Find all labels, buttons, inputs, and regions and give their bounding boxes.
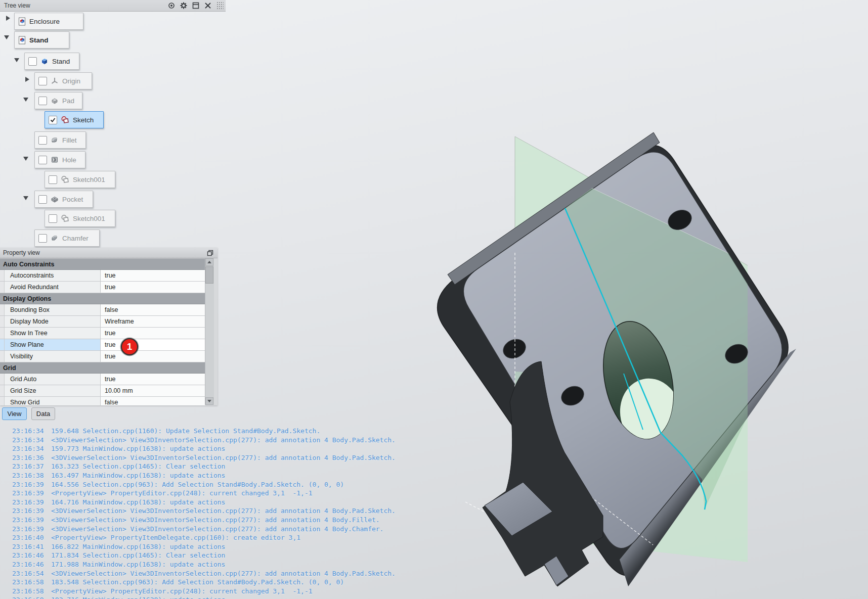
property-value[interactable]: true bbox=[101, 282, 205, 293]
visibility-checkbox[interactable] bbox=[38, 97, 47, 105]
property-row[interactable]: Grid Size10.00 mm bbox=[0, 385, 205, 397]
property-value[interactable]: true bbox=[101, 374, 205, 385]
property-row[interactable]: Autoconstraintstrue bbox=[0, 270, 205, 282]
property-view-title: Property view bbox=[0, 249, 205, 256]
property-value[interactable]: true bbox=[101, 270, 205, 281]
tree-item-label: Hole bbox=[62, 156, 76, 164]
tree-item-label: Fillet bbox=[62, 136, 77, 144]
property-value[interactable]: 10.00 mm bbox=[101, 385, 205, 396]
visibility-checkbox[interactable] bbox=[38, 136, 47, 145]
property-view-titlebar[interactable]: Property view bbox=[0, 248, 218, 258]
panel-grip[interactable] bbox=[216, 2, 224, 10]
property-row[interactable]: Show In Treetrue bbox=[0, 328, 205, 339]
tree-item-hole[interactable]: Hole bbox=[34, 151, 85, 168]
tree-item-chamfer[interactable]: Chamfer bbox=[34, 229, 100, 247]
scroll-thumb[interactable] bbox=[205, 266, 213, 284]
scroll-down-button[interactable] bbox=[205, 397, 213, 405]
property-value[interactable]: false bbox=[101, 304, 205, 315]
property-label: Grid Size bbox=[5, 385, 101, 396]
tree-item-sketch[interactable]: Sketch bbox=[45, 111, 104, 128]
freecad-window: Tree view Enclosure Stand Stand Origin bbox=[0, 0, 868, 599]
group-label: Display Options bbox=[3, 295, 51, 302]
tree-item-stand-doc[interactable]: Stand bbox=[14, 31, 69, 49]
property-row[interactable]: Visibilitytrue bbox=[0, 351, 205, 362]
expand-arrow-pocket[interactable] bbox=[23, 196, 28, 200]
property-value[interactable]: Wireframe bbox=[101, 316, 205, 327]
property-row-show-plane[interactable]: Show Planetrue bbox=[0, 339, 205, 351]
tree-item-pocket[interactable]: Pocket bbox=[34, 191, 93, 208]
property-label: Show Grid bbox=[5, 397, 101, 405]
property-row[interactable]: Show Gridfalse bbox=[0, 397, 205, 405]
fillet-icon bbox=[51, 136, 59, 144]
expand-arrow-pad[interactable] bbox=[23, 98, 28, 102]
pocket-icon bbox=[51, 195, 59, 203]
visibility-checkbox[interactable] bbox=[49, 214, 57, 223]
close-icon[interactable] bbox=[203, 2, 212, 10]
property-label: Show Plane bbox=[5, 339, 101, 350]
property-value[interactable]: true bbox=[101, 351, 205, 362]
tree-item-label: Stand bbox=[29, 36, 49, 44]
property-value[interactable]: false bbox=[101, 397, 205, 405]
scroll-up-button[interactable] bbox=[205, 258, 213, 266]
console-line: 23:16:39<3DViewerSelection> View3DInvent… bbox=[12, 525, 467, 534]
tree-item-pad[interactable]: Pad bbox=[34, 92, 82, 109]
row-gutter bbox=[0, 339, 5, 350]
property-row[interactable]: Bounding Boxfalse bbox=[0, 304, 205, 316]
tree-item-origin[interactable]: Origin bbox=[34, 72, 92, 89]
console-line: 23:16:39164.716 MainWindow.cpp(1638): up… bbox=[12, 498, 467, 508]
tree-view-title: Tree view bbox=[0, 2, 167, 9]
tree-item-stand-body[interactable]: Stand bbox=[24, 53, 79, 70]
chamfer-icon bbox=[51, 234, 59, 242]
property-row[interactable]: Display ModeWireframe bbox=[0, 316, 205, 328]
tree-view-titlebar[interactable]: Tree view bbox=[0, 0, 226, 12]
visibility-checkbox[interactable] bbox=[28, 57, 37, 66]
float-window-icon[interactable] bbox=[205, 249, 214, 257]
expand-arrow-stand[interactable] bbox=[4, 35, 9, 39]
property-group-row[interactable]: Display Options bbox=[0, 293, 205, 304]
property-label: Bounding Box bbox=[5, 304, 101, 315]
property-table: Auto Constraints Autoconstraintstrue Avo… bbox=[0, 258, 205, 405]
body-icon bbox=[40, 57, 49, 65]
tree-item-sketch001-hole[interactable]: Sketch001 bbox=[45, 171, 115, 188]
settings-gear-icon[interactable] bbox=[179, 2, 188, 10]
tree-item-sketch001-pocket[interactable]: Sketch001 bbox=[45, 210, 115, 227]
visibility-checkbox[interactable] bbox=[38, 77, 47, 85]
console-line: 23:16:40<PropertyView> PropertyItemDeleg… bbox=[12, 534, 467, 543]
tree-item-fillet[interactable]: Fillet bbox=[34, 131, 86, 149]
sketch-icon bbox=[61, 175, 69, 183]
dock-window-icon[interactable] bbox=[191, 2, 200, 10]
expand-arrow-origin[interactable] bbox=[25, 77, 29, 82]
property-row[interactable]: Grid Autotrue bbox=[0, 374, 205, 385]
tree-item-enclosure[interactable]: Enclosure bbox=[14, 13, 83, 30]
property-label: Show In Tree bbox=[5, 328, 101, 339]
annotation-badge-1: 1 bbox=[121, 338, 138, 355]
property-value[interactable]: true bbox=[101, 328, 205, 339]
tree-item-label: Sketch bbox=[73, 116, 94, 124]
property-group-row[interactable]: Grid bbox=[0, 362, 205, 374]
property-group-row[interactable]: Auto Constraints bbox=[0, 259, 205, 270]
tree-item-label: Pad bbox=[62, 97, 74, 105]
console-line: 23:16:46171.988 MainWindow.cpp(1638): up… bbox=[12, 561, 467, 570]
property-row[interactable]: Avoid Redundanttrue bbox=[0, 282, 205, 293]
visibility-checkbox[interactable] bbox=[38, 156, 47, 164]
property-label: Visibility bbox=[5, 351, 101, 362]
tree-item-label: Sketch001 bbox=[73, 215, 105, 222]
console-line: 23:16:58183.548 Selection.cpp(963): Add … bbox=[12, 578, 467, 587]
tree-item-label: Chamfer bbox=[62, 235, 89, 242]
row-gutter bbox=[0, 282, 5, 293]
visibility-checkbox[interactable] bbox=[38, 195, 47, 204]
overlay-toggle-icon[interactable] bbox=[167, 2, 176, 10]
expand-arrow-hole[interactable] bbox=[23, 157, 28, 161]
tab-data[interactable]: Data bbox=[31, 407, 55, 420]
expand-arrow-enclosure[interactable] bbox=[6, 16, 10, 21]
visibility-checkbox[interactable] bbox=[38, 234, 47, 243]
property-value[interactable]: true bbox=[101, 339, 205, 350]
property-scrollbar[interactable] bbox=[205, 258, 214, 405]
visibility-checkbox[interactable] bbox=[49, 116, 57, 124]
tree-item-label: Sketch001 bbox=[73, 176, 105, 183]
visibility-checkbox[interactable] bbox=[49, 175, 57, 184]
tab-view[interactable]: View bbox=[2, 407, 27, 420]
expand-arrow-stand-body[interactable] bbox=[14, 58, 19, 62]
row-gutter bbox=[0, 316, 5, 327]
console-line: 23:16:34159.773 MainWindow.cpp(1638): up… bbox=[12, 445, 467, 454]
